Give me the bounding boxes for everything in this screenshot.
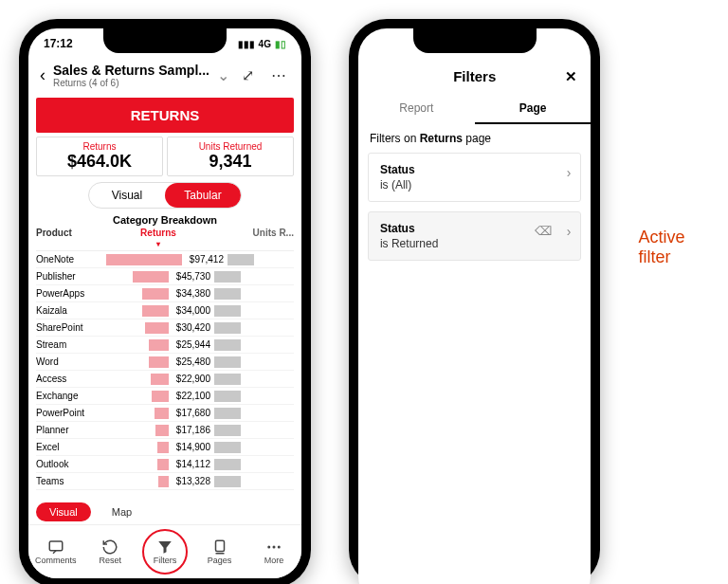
- cell-product: Publisher: [36, 271, 106, 282]
- filters-screen: Filters ✕ Report Page Filters on Returns…: [358, 28, 592, 584]
- table-row[interactable]: Access$22,900: [36, 371, 294, 388]
- col-product[interactable]: Product: [36, 228, 106, 248]
- category-table[interactable]: Product Returns ▾ Units R... OneNote$97,…: [36, 226, 294, 524]
- cell-units: [210, 305, 294, 317]
- kpi-units-label: Units Returned: [173, 141, 287, 152]
- cell-product: Kaizala: [36, 305, 106, 316]
- cell-product: Planner: [36, 425, 106, 435]
- segmented-control: Visual Tabular: [88, 182, 242, 209]
- cell-returns: $14,112: [106, 459, 210, 470]
- cell-units: [210, 459, 294, 470]
- cell-product: OneNote: [36, 254, 106, 265]
- report-header: ‹ Sales & Returns Sampl... Returns (4 of…: [28, 59, 301, 92]
- notch: [103, 28, 227, 53]
- kpi-units[interactable]: Units Returned 9,341: [167, 137, 294, 176]
- cell-returns: $13,328: [106, 476, 210, 487]
- breakdown-title: Category Breakdown: [28, 214, 301, 226]
- filter-highlight-circle: Filters: [142, 529, 188, 575]
- tab-visual[interactable]: Visual: [89, 183, 165, 208]
- cell-units: [210, 425, 294, 436]
- reset-button[interactable]: Reset: [87, 538, 133, 565]
- table-row[interactable]: SharePoint$30,420: [36, 319, 294, 337]
- table-header: Product Returns ▾ Units R...: [36, 226, 294, 251]
- cell-units: [210, 374, 294, 385]
- bottom-bar: Comments Reset Filters Pages More: [28, 524, 301, 578]
- reset-icon: [101, 538, 118, 556]
- svg-rect-0: [49, 541, 63, 551]
- table-row[interactable]: Excel$14,900: [36, 439, 294, 456]
- comments-button[interactable]: Comments: [33, 538, 79, 565]
- cell-units: [210, 476, 294, 487]
- kpi-returns-label: Returns: [43, 141, 156, 152]
- cell-product: SharePoint: [36, 322, 106, 333]
- funnel-icon: [156, 538, 173, 556]
- filters-title: Filters: [453, 68, 496, 84]
- table-row[interactable]: OneNote$97,412: [36, 251, 294, 268]
- svg-point-3: [273, 546, 276, 549]
- cell-returns: $25,480: [106, 356, 210, 368]
- kpi-returns-value: $464.0K: [43, 152, 156, 172]
- kpi-returns[interactable]: Returns $464.0K: [36, 137, 163, 176]
- table-row[interactable]: Exchange$22,100: [36, 388, 294, 405]
- table-row[interactable]: Kaizala$34,000: [36, 302, 294, 319]
- pages-button[interactable]: Pages: [197, 538, 243, 565]
- table-row[interactable]: Planner$17,186: [36, 422, 294, 439]
- filter-label: Status: [380, 163, 570, 176]
- cell-returns: $30,420: [106, 322, 210, 334]
- cell-product: Excel: [36, 442, 106, 452]
- table-row[interactable]: Word$25,480: [36, 354, 294, 371]
- cell-returns: $22,900: [106, 374, 210, 385]
- signal-icon: ▮▮▮: [238, 39, 255, 49]
- tab-page[interactable]: Page: [475, 94, 592, 124]
- cell-returns: $14,900: [106, 442, 210, 453]
- expand-icon[interactable]: ⤢: [237, 66, 260, 84]
- table-row[interactable]: Outlook$14,112: [36, 456, 294, 473]
- table-row[interactable]: PowerPoint$17,680: [36, 405, 294, 422]
- chip-visual[interactable]: Visual: [36, 502, 91, 521]
- cell-product: PowerPoint: [36, 408, 106, 418]
- phone-1: 17:12 ▮▮▮ 4G ▮▯ ‹ Sales & Returns Sampl.…: [19, 19, 311, 584]
- title-chevron-icon[interactable]: ⌄: [217, 66, 229, 84]
- chevron-right-icon: ›: [567, 165, 572, 180]
- cell-product: Exchange: [36, 391, 106, 401]
- filter-value: is Returned: [380, 237, 570, 250]
- title-block[interactable]: Sales & Returns Sampl... Returns (4 of 6…: [53, 63, 209, 88]
- filters-button[interactable]: Filters: [142, 529, 188, 575]
- cell-units: [210, 391, 294, 402]
- filter-card-status-all[interactable]: Status is (All) ›: [368, 153, 582, 202]
- report-title: Sales & Returns Sampl...: [53, 63, 209, 78]
- tab-report[interactable]: Report: [358, 94, 475, 124]
- eraser-icon[interactable]: ⌫: [535, 224, 552, 238]
- svg-point-2: [267, 546, 270, 549]
- comment-icon: [47, 538, 64, 556]
- tab-tabular[interactable]: Tabular: [165, 183, 241, 208]
- cell-units: [210, 288, 294, 300]
- more-icon[interactable]: ⋯: [267, 66, 290, 84]
- more-horizontal-icon: [265, 538, 282, 556]
- cell-units: [210, 408, 294, 419]
- table-row[interactable]: Stream$25,944: [36, 337, 294, 354]
- more-button[interactable]: More: [251, 538, 297, 565]
- back-button[interactable]: ‹: [40, 65, 46, 85]
- table-row[interactable]: Teams$13,328: [36, 473, 294, 490]
- chip-row: Visual Map: [28, 499, 153, 525]
- cell-returns: $17,680: [106, 408, 210, 419]
- cell-units: [210, 339, 294, 351]
- report-subtitle: Returns (4 of 6): [53, 78, 209, 88]
- col-units[interactable]: Units R...: [210, 228, 294, 248]
- annotation-active-filter: Active filter: [638, 228, 709, 267]
- filter-value: is (All): [380, 178, 570, 192]
- cell-returns: $97,412: [106, 254, 224, 265]
- kpi-row: Returns $464.0K Units Returned 9,341: [36, 137, 294, 176]
- filter-card-status-returned[interactable]: Status is Returned ⌫ ›: [368, 211, 582, 261]
- close-button[interactable]: ✕: [565, 68, 577, 85]
- cell-units: [210, 442, 294, 453]
- table-row[interactable]: Publisher$45,730: [36, 268, 294, 285]
- report-screen: 17:12 ▮▮▮ 4G ▮▯ ‹ Sales & Returns Sampl.…: [28, 28, 301, 578]
- col-returns[interactable]: Returns ▾: [106, 228, 210, 248]
- cell-units: [210, 356, 294, 368]
- chip-map[interactable]: Map: [99, 502, 145, 521]
- battery-icon: ▮▯: [275, 39, 286, 49]
- table-row[interactable]: PowerApps$34,380: [36, 285, 294, 302]
- cell-units: [224, 254, 294, 265]
